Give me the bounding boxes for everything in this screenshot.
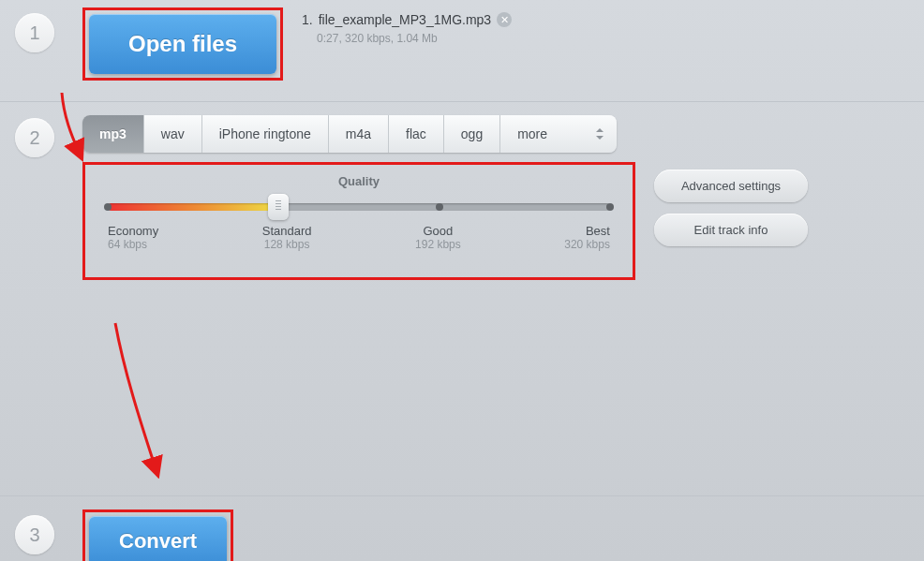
remove-file-icon[interactable]: ✕ xyxy=(497,12,512,27)
step-number-3: 3 xyxy=(15,515,54,554)
file-meta-label: 0:27, 320 kbps, 1.04 Mb xyxy=(317,32,512,45)
open-files-highlight: Open files xyxy=(82,7,283,81)
quality-slider-fill xyxy=(108,203,278,211)
advanced-settings-button[interactable]: Advanced settings xyxy=(654,170,808,202)
quality-good-kbps: 192 kbps xyxy=(415,238,461,251)
quality-slider-handle[interactable] xyxy=(268,194,289,220)
format-tab-wav[interactable]: wav xyxy=(144,115,202,153)
quality-economy-label: Economy xyxy=(108,224,158,238)
step-number-2: 2 xyxy=(15,118,54,157)
file-index: 1. xyxy=(302,12,313,27)
file-list-item: 1. file_example_MP3_1MG.mp3 ✕ 0:27, 320 … xyxy=(302,7,512,45)
quality-slider[interactable] xyxy=(108,203,610,211)
format-tab-flac[interactable]: flac xyxy=(389,115,444,153)
file-name-label: file_example_MP3_1MG.mp3 xyxy=(319,12,491,27)
expand-icon xyxy=(596,128,604,140)
format-tab-more[interactable]: more xyxy=(500,115,617,153)
quality-best-label: Best xyxy=(564,224,610,238)
quality-panel-highlight: Quality Economy 64 kbps Standard 128 kbp… xyxy=(82,162,635,280)
convert-highlight: Convert xyxy=(82,509,233,561)
annotation-arrow-step3 xyxy=(101,318,176,482)
step-1-row: 1 Open files 1. file_example_MP3_1MG.mp3… xyxy=(0,0,924,101)
format-more-label: more xyxy=(517,126,547,141)
side-buttons: Advanced settings Edit track info xyxy=(654,170,808,246)
format-tab-m4a[interactable]: m4a xyxy=(329,115,389,153)
quality-tick-best xyxy=(606,203,614,211)
quality-economy-kbps: 64 kbps xyxy=(108,238,158,251)
quality-tick-good xyxy=(436,203,443,211)
step-number-1: 1 xyxy=(15,13,54,52)
format-tab-iphone-ringtone[interactable]: iPhone ringtone xyxy=(202,115,329,153)
format-tabs: mp3 wav iPhone ringtone m4a flac ogg mor… xyxy=(82,115,617,153)
open-files-button[interactable]: Open files xyxy=(89,14,276,74)
quality-best-kbps: 320 kbps xyxy=(564,238,610,251)
quality-title: Quality xyxy=(108,174,610,188)
quality-standard-kbps: 128 kbps xyxy=(262,238,312,251)
format-tab-ogg[interactable]: ogg xyxy=(444,115,500,153)
edit-track-info-button[interactable]: Edit track info xyxy=(654,214,808,246)
quality-standard-label: Standard xyxy=(262,224,312,238)
step-3-row: 3 Convert xyxy=(0,496,924,561)
format-tab-mp3[interactable]: mp3 xyxy=(82,115,144,153)
quality-good-label: Good xyxy=(415,224,461,238)
quality-tick-economy xyxy=(104,203,112,211)
step-2-row: 2 mp3 wav iPhone ringtone m4a flac ogg m… xyxy=(0,102,924,317)
convert-button[interactable]: Convert xyxy=(89,516,227,561)
